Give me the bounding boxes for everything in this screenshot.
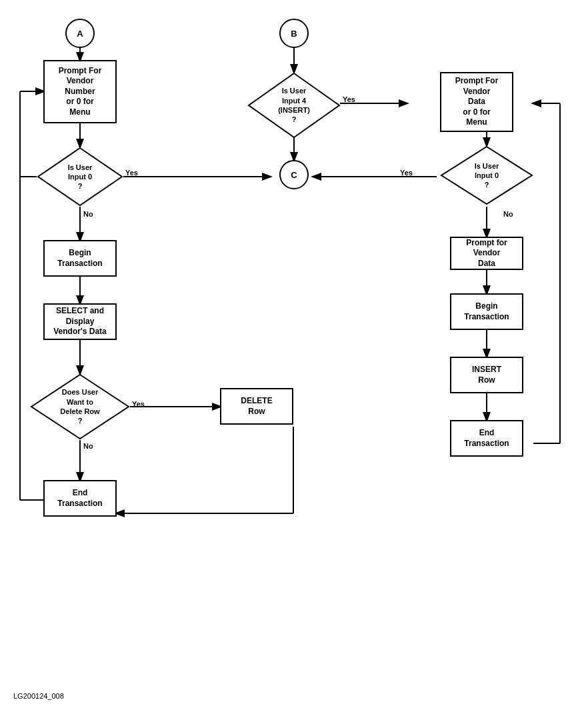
prompt-vendor-data-right-box: Prompt for Vendor Data xyxy=(450,237,523,270)
no-label-right: No xyxy=(503,210,513,218)
diagram-caption: LG200124_008 xyxy=(13,692,64,700)
prompt-vendor-number-box: Prompt For Vendor Number or 0 for Menu xyxy=(43,60,117,123)
connector-b: B xyxy=(279,19,309,48)
begin-transaction-right-box: Begin Transaction xyxy=(450,293,523,330)
flowchart-diagram: A B Prompt For Vendor Number or 0 for Me… xyxy=(0,0,588,707)
insert-row-box: INSERT Row xyxy=(450,357,523,393)
is-user-input-0-left-diamond: Is User Input 0 ? xyxy=(37,147,123,207)
does-user-want-delete-diamond: Does User Want to Delete Row ? xyxy=(30,373,130,440)
yes-label-left: Yes xyxy=(125,169,138,177)
end-transaction-left-box: End Transaction xyxy=(43,480,117,517)
begin-transaction-left-box: Begin Transaction xyxy=(43,240,117,277)
yes-label-delete: Yes xyxy=(132,400,145,408)
connector-c: C xyxy=(279,160,309,189)
connector-a: A xyxy=(65,19,95,48)
is-user-input-4-diamond: Is User Input 4 (INSERT) ? xyxy=(247,72,341,139)
no-label-delete: No xyxy=(83,442,93,450)
no-label-left: No xyxy=(83,210,93,218)
yes-label-right: Yes xyxy=(400,169,413,177)
is-user-input-0-right-diamond: Is User Input 0 ? xyxy=(440,145,533,205)
delete-row-box: DELETE Row xyxy=(220,388,293,425)
select-display-box: SELECT and Display Vendor's Data xyxy=(43,303,117,340)
yes-label-input4: Yes xyxy=(343,95,355,103)
prompt-vendor-data-top-right-box: Prompt For Vendor Data or 0 for Menu xyxy=(440,72,513,132)
end-transaction-right-box: End Transaction xyxy=(450,420,523,457)
